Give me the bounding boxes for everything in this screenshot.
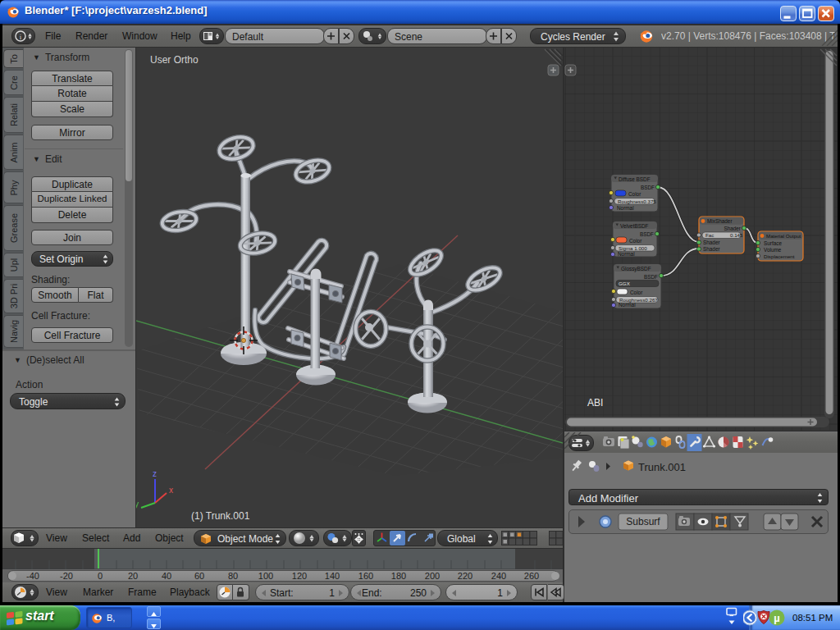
- svg-text:BSDF: BSDF: [640, 231, 654, 237]
- svg-text:GGX: GGX: [619, 281, 630, 286]
- svg-text:µ: µ: [774, 612, 780, 624]
- svg-text:180: 180: [391, 571, 406, 581]
- svg-text:0: 0: [98, 571, 103, 581]
- svg-text:GlossyBSDF: GlossyBSDF: [621, 266, 651, 272]
- svg-text:120: 120: [292, 571, 307, 581]
- svg-text:Volume: Volume: [764, 247, 782, 253]
- svg-text:Subsurf: Subsurf: [626, 516, 660, 527]
- svg-text:40: 40: [162, 571, 171, 581]
- svg-text:Color: Color: [628, 191, 641, 197]
- svg-text:i: i: [20, 33, 22, 41]
- svg-text:y: y: [136, 500, 139, 509]
- svg-text:Surface: Surface: [764, 240, 782, 246]
- svg-text:200: 200: [425, 571, 440, 581]
- svg-text:Color: Color: [630, 290, 643, 295]
- svg-text:z: z: [153, 469, 157, 478]
- svg-text:Color: Color: [629, 238, 642, 244]
- svg-text:User Ortho: User Ortho: [150, 54, 199, 66]
- svg-text:Normal: Normal: [617, 205, 634, 211]
- svg-text:220: 220: [458, 571, 472, 581]
- svg-text:Normal: Normal: [618, 251, 635, 257]
- svg-text:BSDF: BSDF: [641, 185, 655, 190]
- svg-text:100: 100: [258, 571, 273, 581]
- svg-text:Shader: Shader: [703, 246, 720, 252]
- svg-text:MixShader: MixShader: [707, 218, 733, 224]
- svg-text:ABI: ABI: [587, 397, 603, 409]
- svg-text:20: 20: [128, 571, 138, 581]
- svg-text:Sigma 1.000: Sigma 1.000: [619, 245, 647, 251]
- svg-text:BSDF: BSDF: [644, 274, 658, 280]
- svg-text:(1) Trunk.001: (1) Trunk.001: [191, 510, 250, 522]
- svg-text:-40: -40: [26, 571, 39, 581]
- svg-text:240: 240: [491, 571, 506, 581]
- svg-text:Shader: Shader: [703, 240, 720, 245]
- svg-text:x: x: [169, 486, 173, 495]
- svg-text:Material Output: Material Output: [766, 233, 801, 239]
- svg-text:260: 260: [524, 571, 539, 581]
- svg-text:0.145: 0.145: [730, 232, 743, 238]
- svg-text:Diffuse BSDF: Diffuse BSDF: [619, 176, 651, 182]
- svg-text:VelvetBSDF: VelvetBSDF: [620, 223, 649, 229]
- svg-text:140: 140: [325, 571, 340, 581]
- svg-text:80: 80: [228, 571, 238, 581]
- svg-text:-20: -20: [60, 571, 73, 581]
- svg-text:160: 160: [358, 571, 373, 581]
- svg-text:60: 60: [194, 571, 204, 581]
- svg-text:Roughness0.375: Roughness0.375: [618, 199, 656, 204]
- svg-text:Displacement: Displacement: [764, 253, 795, 259]
- svg-text:Fac: Fac: [705, 232, 714, 238]
- svg-text:Normal: Normal: [619, 302, 636, 308]
- svg-text:Shader: Shader: [724, 226, 741, 231]
